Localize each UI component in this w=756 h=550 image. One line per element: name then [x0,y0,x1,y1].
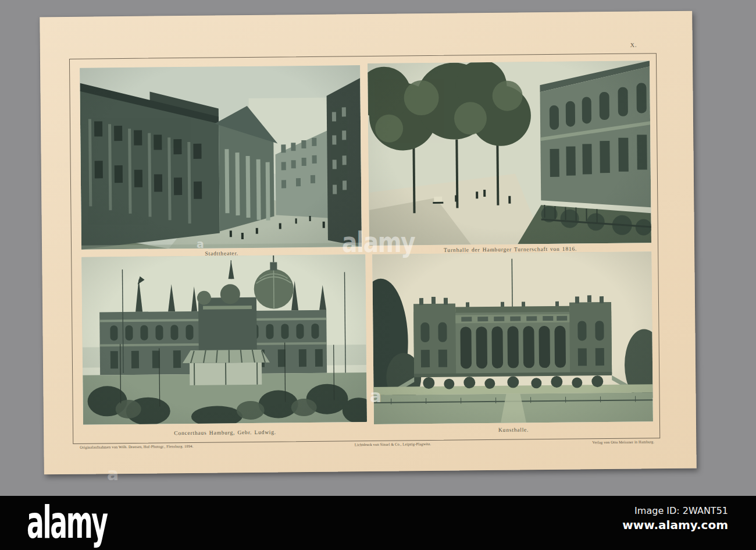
imprint-publisher: Verlag von Otto Meissner in Hamburg. [593,439,655,444]
photo-concerthaus [81,254,367,425]
photo-turnhalle [368,61,651,246]
imprint-printer: Lichtdruck von Sinsel & Co., Leipzig-Pla… [355,442,432,446]
footer-info: Image ID: 2WANT51 www.alamy.com [622,505,728,533]
image-id-text: Image ID: 2WANT51 [622,505,728,517]
photo-kunsthalle [372,251,653,424]
alamy-logo: alamy [27,501,107,545]
print-paper-sheet: X. [40,11,696,475]
stadttheater-illustration [80,65,362,250]
imprint-photographer: Originalaufnahmen von Wilh. Dreesen, Hof… [80,444,193,449]
concerthaus-illustration [81,254,367,425]
turnhalle-illustration [368,61,651,246]
alamy-url-text: www.alamy.com [622,517,728,533]
photo-stadttheater [80,65,362,250]
scanned-print-scene: X. [0,0,756,550]
plate-number: X. [630,41,654,48]
alamy-footer-bar: alamy Image ID: 2WANT51 www.alamy.com [0,496,756,550]
kunsthalle-illustration [372,251,653,424]
